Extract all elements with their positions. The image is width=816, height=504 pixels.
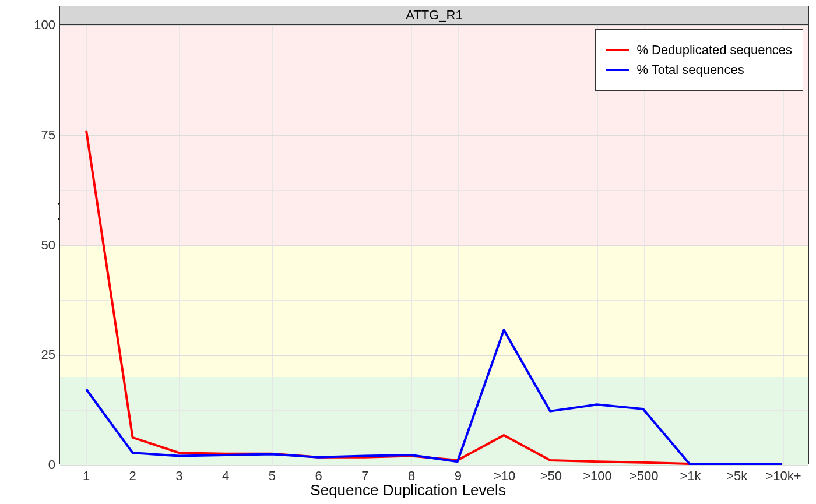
x-tick-label: 6 (315, 468, 322, 484)
chart-title: ATTG_R1 (406, 8, 462, 23)
grid-line-horizontal (60, 465, 808, 466)
y-tick-label: 75 (41, 128, 55, 143)
x-tick-label: >5k (726, 468, 747, 484)
legend: % Deduplicated sequences % Total sequenc… (595, 29, 803, 91)
y-tick-label: 25 (41, 347, 55, 362)
legend-swatch-blue (606, 69, 629, 71)
legend-item-dedup: % Deduplicated sequences (606, 43, 792, 58)
facet-strip: ATTG_R1 (59, 6, 809, 24)
x-tick-label: 9 (455, 468, 462, 484)
series-line (86, 330, 782, 464)
x-tick-label: 4 (222, 468, 229, 484)
x-tick-label: >50 (540, 468, 562, 484)
legend-text-dedup: % Deduplicated sequences (636, 43, 792, 58)
x-tick-label: >10k+ (765, 468, 801, 484)
x-tick-label: >500 (629, 468, 659, 484)
x-tick-label: >1k (680, 468, 701, 484)
plot-frame: ATTG_R1 123456789>10>50>100>500>1k>5k>10… (59, 6, 809, 464)
y-tick-label: 50 (41, 238, 55, 253)
chart-container: Percentage (%) Sequence Duplication Leve… (0, 0, 816, 504)
x-tick-label: 8 (408, 468, 415, 484)
y-tick-label: 0 (48, 457, 55, 473)
x-tick-label: 7 (361, 468, 368, 484)
legend-text-total: % Total sequences (636, 62, 744, 77)
x-tick-label: 3 (175, 468, 182, 484)
x-tick-label: >100 (583, 468, 612, 484)
y-tick-label: 100 (34, 17, 55, 33)
x-tick-label: >10 (494, 468, 515, 484)
legend-item-total: % Total sequences (606, 62, 792, 77)
x-axis-label: Sequence Duplication Levels (310, 481, 505, 499)
x-tick-label: 5 (269, 468, 276, 484)
legend-swatch-red (606, 49, 629, 51)
x-tick-label: 1 (83, 468, 90, 484)
x-tick-label: 2 (129, 468, 136, 484)
series-line (86, 131, 782, 464)
